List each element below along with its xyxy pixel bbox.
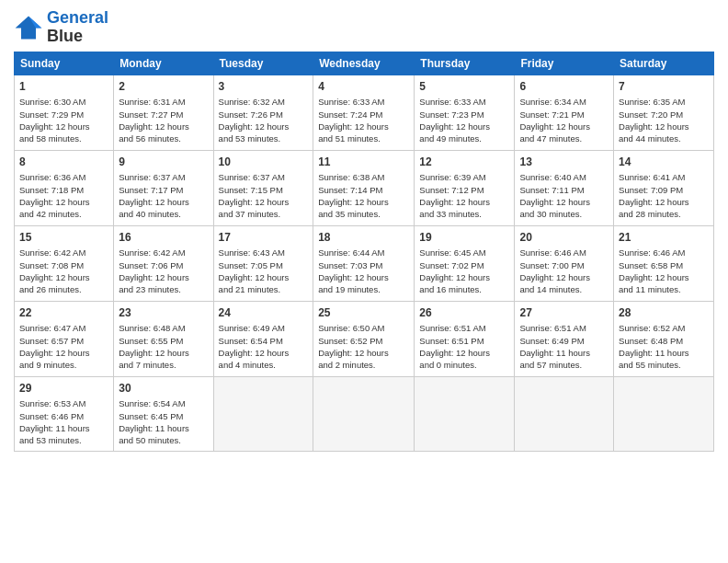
day-info: Sunrise: 6:39 AM Sunset: 7:12 PM Dayligh…	[419, 171, 509, 220]
day-info: Sunrise: 6:41 AM Sunset: 7:09 PM Dayligh…	[619, 171, 709, 220]
calendar-header-cell: Monday	[114, 52, 213, 75]
calendar-cell: 10Sunrise: 6:37 AM Sunset: 7:15 PM Dayli…	[213, 150, 313, 225]
calendar-cell: 7Sunrise: 6:35 AM Sunset: 7:20 PM Daylig…	[614, 75, 714, 150]
calendar-cell: 22Sunrise: 6:47 AM Sunset: 6:57 PM Dayli…	[15, 301, 114, 376]
day-info: Sunrise: 6:45 AM Sunset: 7:02 PM Dayligh…	[419, 247, 509, 295]
day-number: 5	[419, 79, 509, 95]
calendar-cell: 28Sunrise: 6:52 AM Sunset: 6:48 PM Dayli…	[614, 301, 714, 376]
day-info: Sunrise: 6:53 AM Sunset: 6:46 PM Dayligh…	[19, 397, 108, 446]
calendar-cell: 27Sunrise: 6:51 AM Sunset: 6:49 PM Dayli…	[515, 301, 614, 376]
day-number: 6	[519, 79, 609, 95]
day-number: 13	[519, 155, 609, 170]
calendar-cell: 5Sunrise: 6:33 AM Sunset: 7:23 PM Daylig…	[415, 75, 515, 150]
calendar-cell: 1Sunrise: 6:30 AM Sunset: 7:29 PM Daylig…	[15, 75, 114, 150]
day-number: 16	[119, 230, 208, 246]
day-number: 15	[19, 230, 108, 246]
calendar-cell	[515, 376, 614, 451]
calendar-cell: 18Sunrise: 6:44 AM Sunset: 7:03 PM Dayli…	[313, 225, 415, 301]
calendar-cell: 8Sunrise: 6:36 AM Sunset: 7:18 PM Daylig…	[15, 150, 114, 225]
calendar-cell: 19Sunrise: 6:45 AM Sunset: 7:02 PM Dayli…	[415, 225, 515, 301]
day-info: Sunrise: 6:52 AM Sunset: 6:48 PM Dayligh…	[619, 322, 709, 371]
calendar-cell	[213, 376, 313, 451]
calendar-cell: 15Sunrise: 6:42 AM Sunset: 7:08 PM Dayli…	[15, 225, 114, 301]
day-info: Sunrise: 6:49 AM Sunset: 6:54 PM Dayligh…	[219, 322, 309, 371]
day-info: Sunrise: 6:42 AM Sunset: 7:08 PM Dayligh…	[19, 247, 108, 295]
calendar-cell: 23Sunrise: 6:48 AM Sunset: 6:55 PM Dayli…	[114, 301, 213, 376]
calendar-cell: 2Sunrise: 6:31 AM Sunset: 7:27 PM Daylig…	[114, 75, 213, 150]
day-number: 25	[318, 305, 409, 321]
day-number: 30	[119, 381, 208, 396]
day-info: Sunrise: 6:54 AM Sunset: 6:45 PM Dayligh…	[119, 397, 208, 446]
calendar-cell: 26Sunrise: 6:51 AM Sunset: 6:51 PM Dayli…	[415, 301, 515, 376]
calendar-cell: 29Sunrise: 6:53 AM Sunset: 6:46 PM Dayli…	[15, 376, 114, 451]
day-number: 2	[119, 79, 208, 95]
calendar-cell: 21Sunrise: 6:46 AM Sunset: 6:58 PM Dayli…	[614, 225, 714, 301]
day-info: Sunrise: 6:30 AM Sunset: 7:29 PM Dayligh…	[19, 96, 108, 144]
day-number: 17	[219, 230, 309, 246]
day-number: 19	[419, 230, 509, 246]
day-info: Sunrise: 6:42 AM Sunset: 7:06 PM Dayligh…	[119, 247, 208, 295]
calendar-cell: 11Sunrise: 6:38 AM Sunset: 7:14 PM Dayli…	[313, 150, 415, 225]
header: General Blue	[14, 9, 714, 46]
day-info: Sunrise: 6:35 AM Sunset: 7:20 PM Dayligh…	[619, 96, 709, 144]
day-info: Sunrise: 6:33 AM Sunset: 7:23 PM Dayligh…	[419, 96, 509, 144]
day-info: Sunrise: 6:40 AM Sunset: 7:11 PM Dayligh…	[519, 171, 609, 220]
day-number: 3	[219, 79, 309, 95]
calendar-table: SundayMondayTuesdayWednesdayThursdayFrid…	[14, 52, 714, 452]
page-container: General Blue SundayMondayTuesdayWednesda…	[0, 0, 728, 461]
calendar-cell: 30Sunrise: 6:54 AM Sunset: 6:45 PM Dayli…	[114, 376, 213, 451]
logo-text: General Blue	[47, 9, 108, 46]
calendar-cell: 3Sunrise: 6:32 AM Sunset: 7:26 PM Daylig…	[213, 75, 313, 150]
calendar-cell: 4Sunrise: 6:33 AM Sunset: 7:24 PM Daylig…	[313, 75, 415, 150]
calendar-cell: 9Sunrise: 6:37 AM Sunset: 7:17 PM Daylig…	[114, 150, 213, 225]
day-number: 21	[619, 230, 709, 246]
calendar-cell: 14Sunrise: 6:41 AM Sunset: 7:09 PM Dayli…	[614, 150, 714, 225]
day-info: Sunrise: 6:33 AM Sunset: 7:24 PM Dayligh…	[318, 96, 409, 144]
day-number: 24	[219, 305, 309, 321]
calendar-cell	[313, 376, 415, 451]
day-number: 26	[419, 305, 509, 321]
calendar-header-cell: Wednesday	[313, 52, 415, 75]
calendar-cell	[415, 376, 515, 451]
calendar-cell: 13Sunrise: 6:40 AM Sunset: 7:11 PM Dayli…	[515, 150, 614, 225]
day-info: Sunrise: 6:34 AM Sunset: 7:21 PM Dayligh…	[519, 96, 609, 144]
day-number: 7	[619, 79, 709, 95]
day-info: Sunrise: 6:37 AM Sunset: 7:15 PM Dayligh…	[219, 171, 309, 220]
day-number: 8	[19, 155, 108, 170]
day-info: Sunrise: 6:51 AM Sunset: 6:49 PM Dayligh…	[519, 322, 609, 371]
day-number: 12	[419, 155, 509, 170]
day-number: 10	[219, 155, 309, 170]
calendar-cell: 20Sunrise: 6:46 AM Sunset: 7:00 PM Dayli…	[515, 225, 614, 301]
calendar-cell: 17Sunrise: 6:43 AM Sunset: 7:05 PM Dayli…	[213, 225, 313, 301]
day-info: Sunrise: 6:51 AM Sunset: 6:51 PM Dayligh…	[419, 322, 509, 371]
calendar-cell: 6Sunrise: 6:34 AM Sunset: 7:21 PM Daylig…	[515, 75, 614, 150]
day-number: 14	[619, 155, 709, 170]
day-info: Sunrise: 6:44 AM Sunset: 7:03 PM Dayligh…	[318, 247, 409, 295]
day-info: Sunrise: 6:37 AM Sunset: 7:17 PM Dayligh…	[119, 171, 208, 220]
day-number: 9	[119, 155, 208, 170]
day-info: Sunrise: 6:48 AM Sunset: 6:55 PM Dayligh…	[119, 322, 208, 371]
day-number: 27	[519, 305, 609, 321]
calendar-header-cell: Sunday	[15, 52, 114, 75]
day-number: 11	[318, 155, 409, 170]
day-info: Sunrise: 6:50 AM Sunset: 6:52 PM Dayligh…	[318, 322, 409, 371]
day-info: Sunrise: 6:46 AM Sunset: 6:58 PM Dayligh…	[619, 247, 709, 295]
day-number: 22	[19, 305, 108, 321]
calendar-cell: 12Sunrise: 6:39 AM Sunset: 7:12 PM Dayli…	[415, 150, 515, 225]
day-number: 18	[318, 230, 409, 246]
day-info: Sunrise: 6:47 AM Sunset: 6:57 PM Dayligh…	[19, 322, 108, 371]
calendar-header-cell: Friday	[515, 52, 614, 75]
calendar-cell: 24Sunrise: 6:49 AM Sunset: 6:54 PM Dayli…	[213, 301, 313, 376]
logo-icon	[14, 15, 43, 40]
day-number: 29	[19, 381, 108, 396]
day-number: 28	[619, 305, 709, 321]
day-info: Sunrise: 6:38 AM Sunset: 7:14 PM Dayligh…	[318, 171, 409, 220]
day-number: 23	[119, 305, 208, 321]
calendar-cell: 25Sunrise: 6:50 AM Sunset: 6:52 PM Dayli…	[313, 301, 415, 376]
day-info: Sunrise: 6:31 AM Sunset: 7:27 PM Dayligh…	[119, 96, 208, 144]
day-info: Sunrise: 6:43 AM Sunset: 7:05 PM Dayligh…	[219, 247, 309, 295]
logo: General Blue	[14, 9, 108, 46]
calendar-cell: 16Sunrise: 6:42 AM Sunset: 7:06 PM Dayli…	[114, 225, 213, 301]
day-info: Sunrise: 6:36 AM Sunset: 7:18 PM Dayligh…	[19, 171, 108, 220]
calendar-cell	[614, 376, 714, 451]
